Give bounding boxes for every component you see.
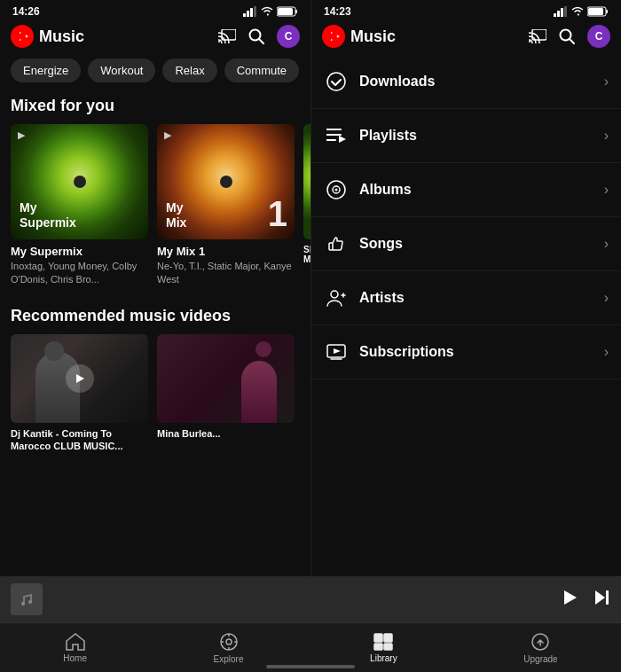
right-mini-thumb [11, 583, 43, 615]
albums-chevron: › [604, 182, 609, 198]
left-logo: Music [11, 25, 84, 48]
right-nav-home[interactable]: Home [63, 633, 87, 663]
songs-label: Songs [359, 236, 604, 252]
right-nav-library[interactable]: Library [370, 633, 397, 663]
svg-rect-71 [384, 634, 392, 642]
right-header: Music C [311, 21, 621, 55]
svg-rect-63 [606, 590, 609, 605]
video-card-2[interactable]: Mina Burlea... [157, 334, 295, 453]
svg-point-59 [21, 602, 25, 606]
card-meta-sub-mix1: Ne-Yo, T.I., Static Major, Kanye West [157, 260, 295, 287]
video-meta-title-1: Dj Kantik - Coming To Marocco CLUB MUSIC… [11, 427, 148, 453]
right-header-actions: C [529, 25, 610, 48]
chip-commute[interactable]: Commute [224, 59, 299, 82]
library-item-songs[interactable]: Songs › [311, 217, 621, 271]
svg-rect-6 [295, 10, 297, 13]
svg-marker-49 [339, 136, 346, 143]
svg-rect-72 [374, 644, 382, 650]
battery-icon [277, 6, 298, 17]
right-time: 14:23 [324, 5, 351, 18]
right-status-bar: 14:23 [311, 0, 621, 21]
subscription-icon [326, 344, 346, 360]
right-cast-icon [529, 29, 546, 43]
chip-energize[interactable]: Energize [11, 59, 81, 82]
svg-point-52 [335, 189, 338, 191]
left-panel: 14:26 [0, 0, 310, 672]
check-circle-icon [326, 72, 346, 91]
subscriptions-icon [324, 340, 349, 364]
right-nav-explore-label: Explore [214, 654, 244, 664]
play-btn-1 [66, 364, 94, 393]
right-search-button[interactable] [559, 28, 575, 44]
left-time: 14:26 [12, 5, 40, 18]
search-button[interactable] [248, 28, 264, 44]
right-music-note-icon [19, 591, 35, 607]
svg-rect-41 [529, 41, 531, 43]
subscriptions-label: Subscriptions [359, 344, 604, 360]
artists-label: Artists [359, 290, 604, 306]
artists-chevron: › [604, 290, 609, 306]
video-section: Recommended music videos Dj Kantik - Com… [0, 301, 310, 453]
search-icon [248, 28, 264, 44]
right-nav-home-label: Home [63, 653, 87, 663]
chip-workout[interactable]: Workout [88, 59, 155, 82]
svg-point-45 [327, 73, 345, 90]
card-meta-sub-supermix: Inoxtag, Young Money, Colby O'Donis, Chr… [11, 260, 148, 287]
svg-rect-37 [606, 10, 608, 13]
svg-rect-36 [588, 8, 603, 15]
disc-center [74, 176, 86, 188]
card-supermix[interactable]: ▶ MySupermix My Supermix Inoxtag, Young … [11, 124, 148, 287]
thumbsup-icon [326, 234, 346, 254]
svg-rect-5 [278, 8, 293, 15]
downloads-icon [324, 69, 349, 94]
right-cast-button[interactable] [529, 29, 546, 43]
subscriptions-chevron: › [604, 344, 609, 360]
svg-line-13 [259, 39, 263, 43]
svg-point-40 [330, 33, 337, 40]
chip-relax[interactable]: Relax [162, 59, 216, 82]
left-header-actions: C [218, 25, 300, 48]
library-item-subscriptions[interactable]: Subscriptions › [311, 325, 621, 379]
right-next-button[interactable] [593, 589, 610, 611]
head-1 [44, 341, 64, 361]
card-mix2[interactable]: Sha... Mar... [303, 124, 310, 287]
right-play-icon [561, 589, 578, 606]
right-signal-icon [554, 6, 568, 17]
disc-center-2 [220, 176, 232, 188]
library-item-albums[interactable]: Albums › [311, 163, 621, 217]
svg-point-9 [19, 33, 26, 40]
signal-icon [243, 6, 257, 17]
library-item-artists[interactable]: Artists › [311, 271, 621, 325]
svg-rect-3 [254, 6, 256, 17]
right-play-button[interactable] [561, 589, 578, 611]
card-meta-title-mix2: Sha... Mar... [303, 245, 310, 264]
card-thumb-mix2 [303, 124, 310, 239]
video-card-1[interactable]: Dj Kantik - Coming To Marocco CLUB MUSIC… [11, 334, 148, 453]
chips-row: Energize Workout Relax Commute [0, 55, 310, 91]
left-status-icons [243, 6, 298, 17]
cast-button[interactable] [218, 29, 236, 43]
videos-row: Dj Kantik - Coming To Marocco CLUB MUSIC… [0, 334, 310, 453]
svg-rect-70 [374, 634, 382, 642]
right-user-avatar[interactable]: C [587, 25, 610, 48]
svg-marker-14 [76, 374, 84, 383]
right-nav-upgrade-label: Upgrade [523, 654, 557, 664]
right-nav-upgrade[interactable]: Upgrade [523, 632, 557, 664]
library-item-playlists[interactable]: Playlists › [311, 109, 621, 163]
card-meta-title-supermix: My Supermix [11, 245, 148, 258]
right-mini-player[interactable] [0, 576, 621, 622]
playlist-icon [326, 128, 346, 144]
albums-label: Albums [359, 182, 604, 198]
right-nav-explore[interactable]: Explore [214, 632, 244, 664]
library-item-downloads[interactable]: Downloads › [311, 55, 621, 109]
svg-point-65 [226, 639, 232, 645]
card-mix1[interactable]: ▶ MyMix 1 My Mix 1 Ne-Yo, T.I., Static M… [157, 124, 295, 287]
mixed-section-title: Mixed for you [0, 91, 310, 124]
wifi-icon [261, 6, 273, 17]
user-avatar[interactable]: C [277, 25, 300, 48]
svg-rect-2 [250, 8, 253, 17]
card-label-supermix: MySupermix [20, 200, 76, 231]
svg-marker-62 [595, 590, 605, 605]
album-icon [326, 180, 346, 199]
recommended-section-title: Recommended music videos [0, 301, 310, 334]
